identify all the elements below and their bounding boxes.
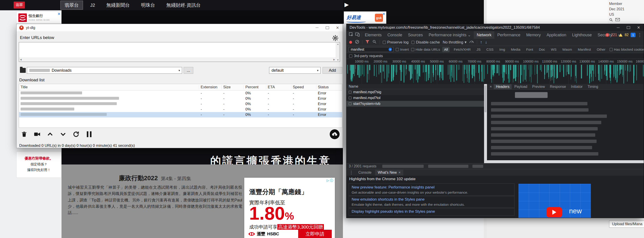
scroll-up-icon[interactable]: ▲ bbox=[336, 43, 340, 45]
kebab-menu-icon[interactable]: ⋮ bbox=[638, 32, 642, 38]
record-button[interactable] bbox=[349, 41, 352, 44]
import-har-icon[interactable]: ↑ bbox=[480, 40, 482, 45]
hangseng-ad[interactable]: 恒生銀行 HANG SENG BANK ✕ bbox=[16, 12, 62, 24]
ad-close-icon[interactable]: ✕ bbox=[58, 12, 60, 16]
scroll-down-icon[interactable]: ▼ bbox=[336, 59, 340, 61]
third-party-checkbox[interactable] bbox=[349, 54, 352, 58]
devtools-titlebar[interactable]: DevTools - www.mytvsuper.com/tc/freezone… bbox=[346, 24, 644, 31]
col-eta[interactable]: ETA bbox=[266, 85, 291, 89]
channel-tab-finance[interactable]: 無綫財經·資訊台 bbox=[162, 2, 205, 8]
whats-new-link[interactable]: New emulation shortcuts in the Styles pa… bbox=[352, 197, 512, 202]
clear-filter-icon[interactable]: × bbox=[388, 48, 392, 51]
whats-new-link[interactable]: Display highlight pseudo styles in the S… bbox=[352, 209, 512, 214]
filter-icon[interactable] bbox=[365, 40, 370, 45]
channel-tab-news[interactable]: 無綫新聞台 bbox=[102, 2, 134, 8]
warning-count[interactable]: 82 bbox=[624, 33, 628, 37]
table-row[interactable]: --0%--Error bbox=[19, 90, 342, 96]
preserve-log-checkbox[interactable]: Preserve log bbox=[383, 40, 408, 45]
disable-cache-checkbox[interactable]: Disable cache bbox=[411, 40, 440, 45]
error-count-icon[interactable]: × bbox=[606, 33, 609, 37]
mail-icon[interactable] bbox=[615, 18, 620, 23]
minimize-button[interactable] bbox=[312, 24, 322, 31]
settings-gear-icon[interactable] bbox=[332, 35, 339, 41]
whats-new-link[interactable]: New preview feature: Performance insight… bbox=[352, 185, 512, 190]
play-icon[interactable]: ▶ bbox=[344, 1, 349, 8]
scrollbar-thumb[interactable] bbox=[484, 85, 486, 112]
filter-input[interactable] bbox=[349, 47, 394, 52]
drawer-tab-console[interactable]: Console bbox=[356, 170, 374, 175]
whats-new-video-thumbnail[interactable]: new bbox=[518, 184, 591, 218]
channel-tab-pearl[interactable]: 明珠台 bbox=[137, 2, 159, 8]
search-icon[interactable] bbox=[609, 18, 613, 23]
detail-tab-headers[interactable]: Headers bbox=[494, 84, 512, 89]
camera-button[interactable] bbox=[32, 129, 42, 139]
detail-tab-response[interactable]: Response bbox=[548, 84, 568, 89]
request-row[interactable]: manifest.mpd?tol bbox=[346, 95, 484, 101]
detail-tab-timing[interactable]: Timing bbox=[586, 84, 600, 89]
drawer-tab-whats-new[interactable]: What's New × bbox=[375, 170, 403, 175]
maximize-button[interactable] bbox=[322, 24, 332, 31]
table-row[interactable]: --0%--Error bbox=[19, 101, 342, 107]
upload-files-button[interactable]: Upload files/Mana bbox=[609, 220, 644, 228]
invert-checkbox[interactable]: Invert bbox=[396, 48, 409, 52]
drawer-kebab-icon[interactable]: ⋮ bbox=[348, 170, 355, 175]
filter-chip-other[interactable]: Other bbox=[595, 47, 607, 52]
youtube-play-icon[interactable] bbox=[546, 207, 562, 217]
download-path-combobox[interactable]: Downloads ▾ bbox=[27, 67, 182, 74]
hsbc-ad[interactable]: ▷ ⓘ 滙豐分期「萬應錢」 實際年利率低至 1.80% 成功申請可享高達港幣3,… bbox=[244, 178, 335, 238]
detail-horizontal-scrollbar[interactable] bbox=[487, 160, 644, 163]
warning-count-icon[interactable] bbox=[619, 33, 622, 37]
export-har-icon[interactable]: ↓ bbox=[485, 40, 487, 45]
minimize-button[interactable] bbox=[613, 24, 623, 31]
request-row-selected[interactable]: start?system=tvb bbox=[346, 101, 484, 107]
tab-network[interactable]: Network bbox=[474, 31, 494, 39]
device-toolbar-icon[interactable] bbox=[355, 32, 360, 38]
hsbc-apply-button[interactable]: 立即申請 bbox=[298, 230, 332, 238]
filter-chip-font[interactable]: Font bbox=[524, 47, 535, 52]
col-title[interactable]: Title bbox=[19, 85, 199, 89]
table-row-selected[interactable]: --0%--Error bbox=[19, 112, 342, 117]
request-list-scrollbar[interactable] bbox=[484, 84, 487, 163]
download-list-table[interactable]: Title Extension Size Percent ETA Speed S… bbox=[19, 84, 342, 128]
cloud-download-button[interactable] bbox=[330, 129, 340, 139]
left-small-ad[interactable]: 優惠冇附帶條款。 假定唔係？ 攞得到先好用！ bbox=[16, 152, 62, 178]
search-icon[interactable] bbox=[372, 40, 377, 45]
filter-chip-doc[interactable]: Doc bbox=[537, 47, 547, 52]
inspect-element-icon[interactable] bbox=[349, 32, 354, 38]
clear-button[interactable] bbox=[355, 40, 359, 45]
blocked-cookies-checkbox[interactable]: Has blocked cookies bbox=[610, 48, 644, 52]
filter-chip-js[interactable]: JS bbox=[475, 47, 482, 52]
col-status[interactable]: Status bbox=[316, 85, 342, 89]
close-button[interactable]: × bbox=[332, 24, 343, 31]
delete-button[interactable] bbox=[19, 129, 29, 139]
col-extension[interactable]: Extension bbox=[199, 85, 222, 89]
refresh-button[interactable] bbox=[71, 129, 81, 139]
tab-elements[interactable]: Elements bbox=[362, 31, 384, 39]
scroll-right-icon[interactable]: ▶ bbox=[333, 58, 335, 61]
col-percent[interactable]: Percent bbox=[244, 85, 266, 89]
detail-tab-preview[interactable]: Preview bbox=[530, 84, 547, 89]
ad-close-icon[interactable]: ✕ bbox=[382, 12, 386, 16]
pause-button[interactable] bbox=[84, 129, 94, 139]
detail-tab-initiator[interactable]: Initiator bbox=[568, 84, 585, 89]
url-horizontal-scrollbar[interactable]: ◀ ▶ bbox=[19, 58, 336, 62]
network-overview-graph[interactable]: 10000 ms20000 ms30000 ms40000 ms50000 ms… bbox=[346, 59, 644, 84]
url-vertical-scrollbar[interactable]: ▲ ▼ bbox=[336, 42, 340, 62]
network-conditions-icon[interactable] bbox=[469, 40, 474, 45]
detail-tab-payload[interactable]: Payload bbox=[512, 84, 530, 89]
tab-console[interactable]: Console bbox=[384, 31, 405, 39]
tab-performance-insights[interactable]: Performance insights⌄ bbox=[426, 31, 474, 39]
close-button[interactable]: × bbox=[634, 24, 644, 31]
error-count[interactable]: 221 bbox=[611, 33, 617, 37]
col-size[interactable]: Size bbox=[222, 85, 244, 89]
add-button[interactable]: Add bbox=[322, 67, 342, 74]
filter-chip-css[interactable]: CSS bbox=[484, 47, 495, 52]
filter-chip-all[interactable]: All bbox=[442, 47, 450, 52]
request-row[interactable]: manifest.mpd?sig bbox=[346, 89, 484, 95]
filter-chip-wasm[interactable]: Wasm bbox=[560, 47, 574, 52]
hide-data-urls-checkbox[interactable]: Hide data URLs bbox=[411, 48, 440, 52]
channel-tab-j2[interactable]: J2 bbox=[86, 3, 99, 8]
filter-chip-ws[interactable]: WS bbox=[549, 47, 558, 52]
tab-performance[interactable]: Performance bbox=[494, 31, 523, 39]
filter-chip-fetch-xhr[interactable]: Fetch/XHR bbox=[452, 47, 472, 52]
